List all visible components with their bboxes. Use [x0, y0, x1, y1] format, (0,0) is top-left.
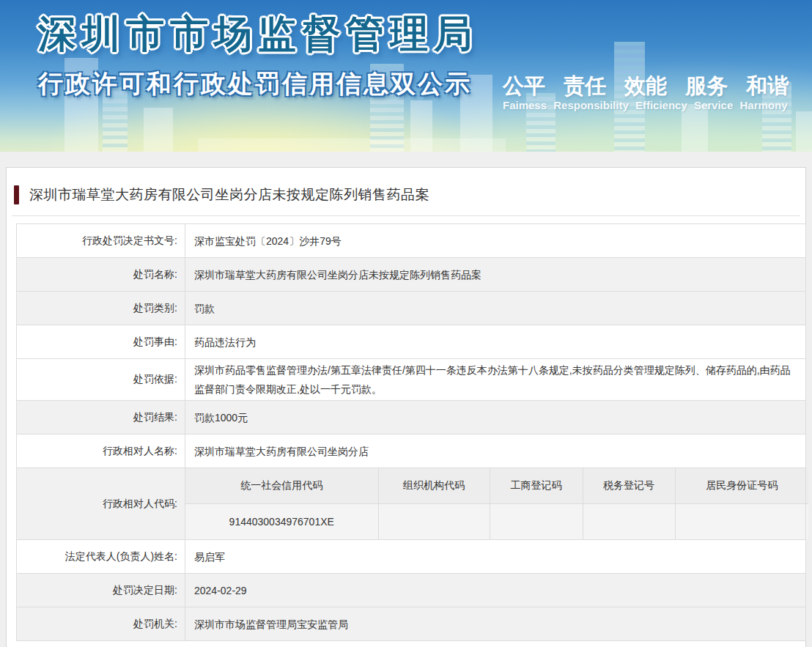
slogan-chinese: 公平 责任 效能 服务 和谐	[503, 72, 789, 101]
penalty-info-table: 行政处罚决定书文号: 深市监宝处罚〔2024〕沙井79号 处罚名称: 深圳市瑞草…	[16, 223, 806, 641]
row-label: 处罚依据:	[17, 359, 185, 401]
page-title: 深圳市瑞草堂大药房有限公司坐岗分店未按规定陈列销售药品案	[29, 185, 429, 204]
row-value: 深市监宝处罚〔2024〕沙井79号	[185, 224, 806, 258]
table-row-codes: 行政相对人代码: 统一社会信用代码 组织机构代码 工商登记码 税务登记号 居民身…	[17, 468, 806, 540]
codes-col-header: 组织机构代码	[378, 468, 490, 503]
codes-value	[490, 503, 583, 539]
table-row: 行政相对人名称: 深圳市瑞草堂大药房有限公司坐岗分店	[17, 435, 806, 468]
table-row: 处罚机关: 深圳市市场监督管理局宝安监管局	[17, 607, 806, 641]
table-row: 处罚类别: 罚款	[17, 292, 806, 325]
site-title: 深圳市市场监督管理局	[38, 9, 478, 60]
row-value: 深圳市瑞草堂大药房有限公司坐岗分店未按规定陈列销售药品案	[185, 258, 806, 292]
row-value: 2024-02-29	[185, 574, 806, 607]
codes-value	[675, 503, 808, 539]
row-label: 处罚事由:	[17, 325, 185, 359]
title-accent-bar	[14, 185, 19, 204]
codes-col-header: 税务登记号	[583, 468, 675, 503]
row-label: 处罚类别:	[17, 292, 185, 325]
row-label: 处罚结果:	[17, 401, 185, 435]
row-value: 易启军	[185, 540, 806, 574]
row-label: 法定代表人(负责人)姓名:	[17, 540, 185, 574]
row-value: 罚款	[185, 292, 806, 325]
site-banner: 深圳市市场监督管理局 行政许可和行政处罚信用信息双公示 公平 责任 效能 服务 …	[0, 0, 812, 152]
codes-value	[583, 503, 675, 539]
row-label: 处罚名称:	[17, 258, 185, 292]
codes-table: 统一社会信用代码 组织机构代码 工商登记码 税务登记号 居民身份证号码 9144…	[185, 468, 808, 539]
case-title-row: 深圳市瑞草堂大药房有限公司坐岗分店未按规定陈列销售药品案	[11, 185, 801, 204]
codes-value-row: 9144030034976701XE	[185, 503, 808, 539]
codes-value	[378, 503, 490, 539]
slogan-english: Faimess Responsibility Efficiency Servic…	[503, 99, 787, 111]
row-label: 处罚机关:	[17, 607, 185, 641]
codes-cell: 统一社会信用代码 组织机构代码 工商登记码 税务登记号 居民身份证号码 9144…	[185, 468, 806, 540]
codes-col-header: 统一社会信用代码	[185, 468, 378, 503]
codes-value: 9144030034976701XE	[185, 503, 378, 539]
row-label: 行政处罚决定书文号:	[17, 224, 185, 258]
row-value: 药品违法行为	[185, 325, 806, 359]
content-card: 深圳市瑞草堂大药房有限公司坐岗分店未按规定陈列销售药品案 行政处罚决定书文号: …	[6, 167, 806, 647]
row-label: 行政相对人名称:	[17, 435, 185, 468]
row-value: 深圳市瑞草堂大药房有限公司坐岗分店	[185, 435, 806, 468]
table-row: 处罚名称: 深圳市瑞草堂大药房有限公司坐岗分店未按规定陈列销售药品案	[17, 258, 806, 292]
title-divider	[12, 215, 800, 216]
row-label: 行政相对人代码:	[17, 468, 185, 540]
codes-header-row: 统一社会信用代码 组织机构代码 工商登记码 税务登记号 居民身份证号码	[185, 468, 808, 503]
table-row: 行政处罚决定书文号: 深市监宝处罚〔2024〕沙井79号	[17, 224, 806, 258]
table-row: 处罚事由: 药品违法行为	[17, 325, 806, 359]
codes-col-header: 居民身份证号码	[675, 468, 808, 503]
table-row: 处罚结果: 罚款1000元	[17, 401, 806, 435]
site-subtitle: 行政许可和行政处罚信用信息双公示	[38, 67, 472, 101]
table-row: 法定代表人(负责人)姓名: 易启军	[17, 540, 806, 574]
row-label: 处罚决定日期:	[17, 574, 185, 607]
table-row: 处罚依据: 深圳市药品零售监督管理办法/第五章法律责任/第四十一条违反本办法第十…	[17, 359, 806, 401]
row-value: 罚款1000元	[185, 401, 806, 435]
codes-col-header: 工商登记码	[490, 468, 583, 503]
table-row: 处罚决定日期: 2024-02-29	[17, 574, 806, 607]
row-value: 深圳市市场监督管理局宝安监管局	[185, 607, 806, 641]
row-value: 深圳市药品零售监督管理办法/第五章法律责任/第四十一条违反本办法第十八条规定,未…	[185, 359, 806, 401]
